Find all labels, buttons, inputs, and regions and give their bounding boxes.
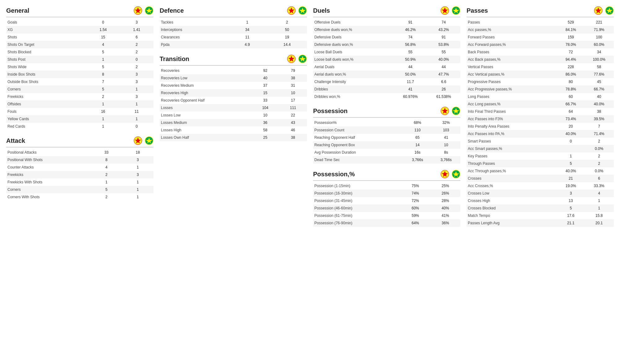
- team1-value: 94.4%: [557, 56, 584, 63]
- team1-value: 10: [251, 112, 279, 119]
- team1-value: 2: [91, 193, 122, 201]
- team1-value: 50.0%: [394, 71, 427, 78]
- table-row: Acc Crosses,%19.0%33.3%: [467, 182, 614, 190]
- team1-value: [557, 145, 584, 152]
- team1-value: 73.4%: [557, 115, 584, 123]
- watford-badge-2: [134, 136, 142, 145]
- team1-value: 11: [228, 33, 267, 41]
- team2-value: 3,766s: [432, 156, 460, 164]
- general-team-icons: [134, 6, 153, 15]
- team1-value: 78.8%: [557, 86, 584, 93]
- table-row: Match Tempo17.615.8: [467, 212, 614, 219]
- defence-title: Defence: [160, 6, 307, 17]
- norwich-badge-2: [145, 136, 153, 145]
- team1-value: 25: [251, 134, 279, 141]
- team2-value: 41: [432, 134, 460, 141]
- row-label: Recoveries Low: [160, 74, 251, 82]
- row-label: Possession (31-45min): [313, 197, 400, 204]
- possession-section: Possession Possession%68%32%Possession C…: [313, 107, 460, 164]
- team1-value: 74%: [400, 190, 430, 197]
- row-label: Loose Ball Duels: [313, 48, 394, 56]
- table-row: Acc Forward passes,%78.0%60.0%: [467, 41, 614, 48]
- row-label: Offsides: [6, 100, 86, 108]
- team2-value: 4: [584, 190, 614, 197]
- table-row: Acc Passes into PA,%40.0%71.4%: [467, 130, 614, 138]
- team2-value: 6: [120, 33, 153, 41]
- team2-value: 2: [584, 138, 614, 145]
- table-row: Shots Wide52: [6, 63, 153, 71]
- general-table: Goals03XG1.541.41Shots156Shots On Target…: [6, 19, 153, 130]
- team1-value: 17.6: [557, 212, 584, 219]
- team2-value: 1.41: [120, 26, 153, 33]
- team2-value: 111: [279, 104, 307, 112]
- table-row: Recoveries Opponent Half3317: [160, 97, 307, 104]
- team1-value: 110: [403, 126, 432, 134]
- team1-value: 74: [394, 33, 427, 41]
- table-row: Positional With Shots83: [6, 156, 153, 164]
- column-3: Duels Offensive Duels9174Offensive duels…: [313, 6, 460, 227]
- row-label: Shots Wide: [6, 63, 86, 71]
- team2-value: 1: [122, 186, 153, 193]
- team1-value: 1: [228, 19, 267, 26]
- team1-value: 2: [86, 93, 120, 100]
- table-row: Acc passes,%84.1%71.9%: [467, 26, 614, 33]
- duels-table: Offensive Duels9174Offensive duels won,%…: [313, 19, 460, 100]
- team1-value: 16: [86, 108, 120, 115]
- row-label: Offensive Duels: [313, 19, 394, 26]
- row-label: Recoveries Medium: [160, 82, 251, 89]
- row-label: Dribbles: [313, 86, 394, 93]
- watford-badge-4: [287, 55, 296, 63]
- team2-value: 1: [120, 100, 153, 108]
- table-row: Shots Post10: [6, 56, 153, 63]
- row-label: Interceptions: [160, 26, 228, 33]
- row-label: Crosses: [467, 175, 557, 182]
- team1-value: 60%: [400, 204, 430, 212]
- team1-value: 159: [557, 33, 584, 41]
- row-label: Acc Progressive passes,%: [467, 86, 557, 93]
- table-row: Losses Medium3643: [160, 119, 307, 126]
- team2-value: 79: [279, 67, 307, 74]
- table-row: Key Passes12: [467, 152, 614, 160]
- row-label: Positional With Shots: [6, 156, 91, 164]
- row-label: Possession Count: [313, 126, 403, 134]
- team1-value: 92: [251, 67, 279, 74]
- team1-value: 55: [394, 48, 427, 56]
- team2-value: 55: [427, 48, 460, 56]
- row-label: Losses High: [160, 126, 251, 134]
- table-row: Recoveries9279: [160, 67, 307, 74]
- team1-value: 72%: [400, 197, 430, 204]
- team2-value: 6.6: [427, 78, 460, 86]
- team2-value: 14.4: [267, 41, 307, 48]
- team1-value: 72: [557, 48, 584, 56]
- row-label: Back Passes: [467, 48, 557, 56]
- team1-value: 11.7: [394, 78, 427, 86]
- team2-value: 3: [122, 171, 153, 178]
- row-label: Passes: [467, 19, 557, 26]
- norwich-badge-5: [452, 6, 460, 15]
- row-label: Yellow Cards: [6, 115, 86, 123]
- table-row: Dribbles4126: [313, 86, 460, 93]
- table-row: Losses Own Half2538: [160, 134, 307, 141]
- possession-title: Possession: [313, 107, 460, 118]
- row-label: Shots On Target: [6, 41, 86, 48]
- table-row: Loose Ball Duels5555: [313, 48, 460, 56]
- team2-value: 39.5%: [584, 115, 614, 123]
- team2-value: 74: [427, 19, 460, 26]
- table-row: Long Passes6040: [467, 93, 614, 100]
- table-row: Aerial Duals4444: [313, 63, 460, 71]
- row-label: Recoveries Opponent Half: [160, 97, 251, 104]
- team2-value: 17: [279, 97, 307, 104]
- row-label: Freekicks: [6, 93, 86, 100]
- team2-value: 0: [120, 56, 153, 63]
- team2-value: 103: [432, 126, 460, 134]
- attack-title: Attack: [6, 136, 153, 147]
- team1-value: 65: [403, 134, 432, 141]
- table-row: Shots156: [6, 33, 153, 41]
- norwich-badge-3: [298, 6, 307, 15]
- row-label: Aerial Duals: [313, 63, 394, 71]
- team1-value: 5: [86, 48, 120, 56]
- team1-value: 41: [394, 86, 427, 93]
- team2-value: 44: [427, 63, 460, 71]
- table-row: Positional Attacks3318: [6, 149, 153, 156]
- table-row: Interceptions3450: [160, 26, 307, 33]
